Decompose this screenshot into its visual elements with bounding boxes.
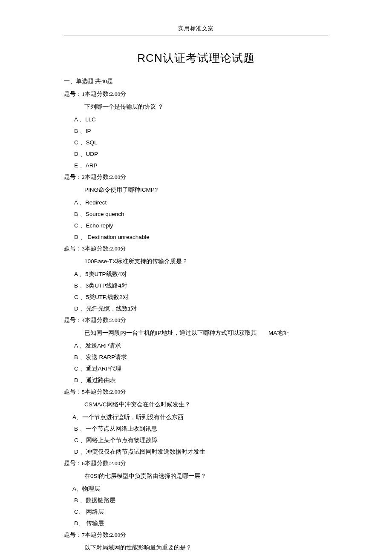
page-header: 实用标准文案 [64,25,328,35]
option: B 、数据链路层 [64,497,328,504]
option: D 、冲突仅仅在两节点试图同时发送数据时才发生 [64,448,328,456]
document-title: RCN认证考试理论试题 [64,51,328,66]
question-text: PING命令使用了哪种ICMP? [64,186,328,194]
option: A 、LLC [64,116,328,124]
question-header: 题号：5本题分数:2.00分 [64,388,328,396]
option: C 、网络上某个节点有物理故障 [64,437,328,444]
question-header: 题号：7本题分数:2.00分 [64,531,328,539]
question-header: 题号：1本题分数:2.00分 [64,90,328,98]
question-text: 在0SI的七层模型中负责路由选择的是哪一层？ [64,472,328,480]
question-header: 题号：3本题分数:2.00分 [64,245,328,253]
option: C 、通过ARP代理 [64,365,328,373]
section-heading: 一、单选题 共40题 [64,78,328,85]
question-text: CSMA/C网络中冲突会在什么时候发生？ [64,401,328,408]
option: D 、通过路由表 [64,377,328,384]
option: C 、SQL [64,139,328,147]
question-text: 下列哪一个是传输层的协议 ？ [64,103,328,111]
option: A 、5类UTP线数4对 [64,270,328,278]
option: C 、Echo reply [64,222,328,230]
option: B 、IP [64,127,328,135]
question-header: 题号：4本题分数:2.00分 [64,316,328,324]
option: B 、Source quench [64,210,328,218]
option: A 、发送ARP请求 [64,342,328,350]
option: A、物理层 [64,485,328,493]
question-text: 100Base-TX标准所支持的传输介质是？ [64,258,328,265]
question-text-extra: MA地址 [268,329,289,337]
option: A 、Redirect [64,199,328,207]
option: C、 网络层 [64,508,328,516]
option: D 、光纤光缆，线数1对 [64,305,328,313]
option: C 、5类UTP,线数2对 [64,293,328,301]
header-divider [64,35,328,35]
question-text-row: 已知同一网段内一台主机的IP地址，通过以下哪种方式可以获取其 MA地址 [64,329,328,337]
option: E 、ARP [64,162,328,170]
option: D 、UDP [64,150,328,158]
option: D、 传输层 [64,520,328,527]
option: A、一个节点进行监听，听到没有什么东西 [64,414,328,421]
question-text: 以下对局域网的性能影响最为重要的是？ [64,544,328,552]
option: D 、 Destination unreachable [64,233,328,241]
question-header: 题号：6本题分数:2.00分 [64,460,328,467]
question-header: 题号：2本题分数:2.00分 [64,173,328,181]
option: B 、一个节点从网络上收到讯息 [64,425,328,433]
document-page: 实用标准文案 RCN认证考试理论试题 一、单选题 共40题 题号：1本题分数:2… [0,0,392,555]
option: B 、3类UTP线路4对 [64,282,328,290]
option: B 、发送 RARP请求 [64,354,328,361]
